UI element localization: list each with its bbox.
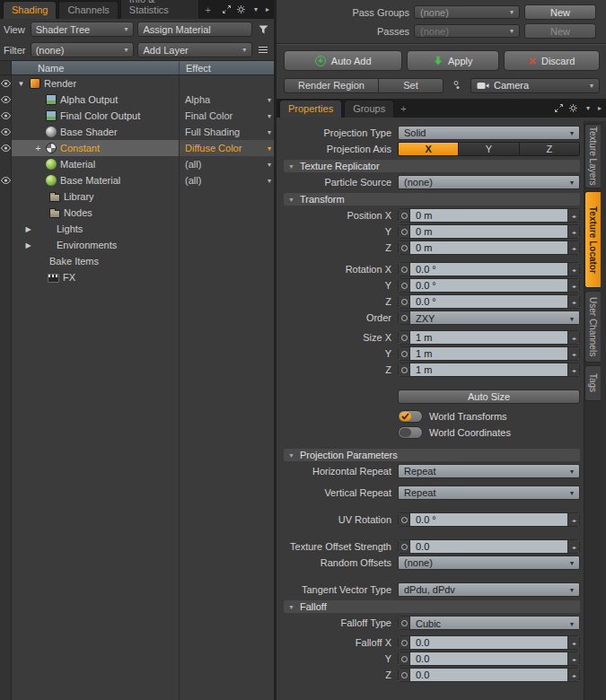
tab-add[interactable]: + [396, 101, 410, 118]
position-z-field[interactable]: 0 m ◂▸ [398, 241, 580, 255]
channel-state-icon[interactable] [399, 617, 410, 629]
set-button[interactable]: Set [378, 79, 443, 92]
tab-add[interactable]: + [201, 2, 215, 19]
side-tab-user-channels[interactable]: User Channels [584, 291, 601, 363]
channel-state-icon[interactable] [399, 347, 410, 360]
panel-arrow-icon[interactable]: ▸ [262, 5, 269, 13]
size-z-field[interactable]: 1 m ◂▸ [398, 363, 580, 377]
visibility-toggle[interactable] [0, 92, 12, 108]
new-pass-group-button[interactable]: New [524, 4, 596, 20]
channel-state-icon[interactable] [399, 669, 410, 681]
rotation-y-field[interactable]: 0.0 ° ◂▸ [398, 278, 580, 293]
expander-closed-icon[interactable]: ▶ [23, 225, 33, 233]
section-texture-replicator[interactable]: ▼ Texture Replicator [284, 160, 580, 172]
size-z-value[interactable]: 1 m [410, 363, 567, 376]
effect-cell[interactable]: (all)▾ [180, 156, 274, 172]
projection-type-dropdown[interactable]: Solid ▾ [398, 126, 580, 140]
chevron-down-icon[interactable]: ▾ [583, 104, 590, 112]
new-pass-button[interactable]: New [524, 23, 596, 39]
tree-row-bake-items[interactable]: Bake Items [0, 253, 274, 269]
tab-groups[interactable]: Groups [344, 100, 394, 118]
side-tab-texture-locator[interactable]: Texture Locator [584, 191, 601, 288]
expander-closed-icon[interactable]: ▶ [23, 241, 33, 249]
name-column-header[interactable]: Name [12, 61, 180, 74]
channel-state-icon[interactable] [399, 295, 410, 308]
falloff-type-dropdown[interactable]: Cubic ▾ [398, 616, 580, 630]
expander-open-icon[interactable]: ▼ [16, 80, 26, 88]
falloff-y-value[interactable]: 0.0 [410, 652, 567, 665]
spinner-icon[interactable]: ◂▸ [567, 279, 579, 292]
tree-row-environments[interactable]: ▶ Environments [0, 237, 274, 253]
side-tab-tags[interactable]: Tags [584, 365, 601, 401]
auto-size-button[interactable]: Auto Size [398, 389, 580, 404]
effect-cell[interactable]: Alpha▾ [180, 92, 274, 108]
tree-row-constant[interactable]: + Constant Diffuse Color▾ [0, 140, 274, 156]
falloff-x-value[interactable]: 0.0 [410, 636, 567, 649]
rotation-y-value[interactable]: 0.0 ° [410, 279, 567, 292]
axis-z-button[interactable]: Z [519, 143, 579, 155]
visibility-toggle[interactable] [0, 108, 12, 124]
channel-state-icon[interactable] [399, 363, 410, 376]
filter-funnel-icon[interactable] [256, 25, 270, 34]
position-y-field[interactable]: 0 m ◂▸ [398, 224, 580, 239]
falloff-y-field[interactable]: 0.0 ◂▸ [398, 652, 580, 666]
tree-row-material[interactable]: Material (all)▾ [0, 156, 274, 172]
assign-material-button[interactable]: Assign Material [137, 22, 253, 37]
channel-state-icon[interactable] [399, 209, 410, 222]
falloff-z-field[interactable]: 0.0 ◂▸ [398, 668, 580, 682]
size-x-field[interactable]: 1 m ◂▸ [398, 330, 580, 345]
horizontal-repeat-dropdown[interactable]: Repeat ▾ [398, 464, 580, 478]
spinner-icon[interactable]: ◂▸ [567, 363, 579, 376]
channel-state-icon[interactable] [399, 263, 410, 276]
section-transform[interactable]: ▼ Transform [284, 193, 580, 206]
tree-row-base-shader[interactable]: Base Shader Full Shading▾ [0, 124, 274, 140]
chevron-down-icon[interactable]: ▾ [250, 5, 258, 13]
effect-cell[interactable]: Full Shading▾ [180, 124, 274, 140]
render-region-button[interactable]: Render Region [285, 79, 378, 92]
visibility-toggle[interactable] [0, 124, 12, 140]
falloff-z-value[interactable]: 0.0 [410, 669, 567, 681]
popout-icon[interactable] [554, 103, 564, 113]
axis-x-button[interactable]: X [399, 143, 458, 155]
channel-state-icon[interactable] [399, 331, 410, 344]
spinner-icon[interactable]: ◂▸ [567, 540, 579, 553]
size-x-value[interactable]: 1 m [410, 331, 567, 344]
spinner-icon[interactable]: ◂▸ [567, 263, 579, 276]
tab-channels[interactable]: Channels [58, 1, 118, 19]
menu-hamburger-icon[interactable] [256, 46, 270, 54]
falloff-x-field[interactable]: 0.0 ◂▸ [398, 635, 580, 650]
tree-row-nodes[interactable]: Nodes [0, 205, 274, 221]
scrollbar-track[interactable] [601, 121, 606, 700]
effect-column-header[interactable]: Effect [180, 61, 274, 74]
visibility-toggle[interactable] [0, 75, 12, 92]
channel-state-icon[interactable] [399, 636, 410, 649]
section-projection-parameters[interactable]: ▼ Projection Parameters [284, 449, 580, 461]
tree-row-alpha-output[interactable]: Alpha Output Alpha▾ [0, 92, 274, 108]
falloff-type-select[interactable]: Cubic ▾ [410, 617, 579, 630]
position-x-value[interactable]: 0 m [410, 209, 567, 222]
filter-dropdown[interactable]: (none) ▾ [31, 42, 134, 57]
channel-state-icon[interactable] [399, 241, 410, 254]
discard-button[interactable]: × Discard [504, 50, 600, 71]
channel-state-icon[interactable] [399, 652, 410, 665]
spinner-icon[interactable]: ◂▸ [567, 513, 579, 526]
tree-row-base-material[interactable]: Base Material (all)▾ [0, 172, 274, 188]
channel-state-icon[interactable] [399, 311, 410, 324]
tab-info-statistics[interactable]: Info & Statistics [120, 0, 199, 19]
texture-offset-strength-value[interactable]: 0.0 [410, 540, 567, 553]
channel-state-icon[interactable] [399, 513, 410, 526]
passes-dropdown[interactable]: (none) ▾ [414, 24, 520, 38]
order-dropdown[interactable]: ZXY ▾ [398, 311, 580, 325]
visibility-toggle[interactable] [0, 172, 12, 188]
side-tab-texture-layers[interactable]: Texture Layers [584, 124, 601, 188]
texture-offset-strength-field[interactable]: 0.0 ◂▸ [398, 539, 580, 554]
tree-row-lights[interactable]: ▶ Lights [0, 221, 274, 237]
view-mode-dropdown[interactable]: Shader Tree ▾ [31, 22, 134, 37]
tree-row-fx[interactable]: FX [0, 269, 274, 285]
effect-cell[interactable]: Diffuse Color▾ [180, 140, 274, 156]
panel-arrow-icon[interactable]: ▸ [594, 104, 602, 112]
axis-y-button[interactable]: Y [458, 143, 518, 155]
rotation-z-field[interactable]: 0.0 ° ◂▸ [398, 294, 580, 309]
spinner-icon[interactable]: ◂▸ [567, 636, 579, 649]
tab-properties[interactable]: Properties [279, 100, 342, 118]
